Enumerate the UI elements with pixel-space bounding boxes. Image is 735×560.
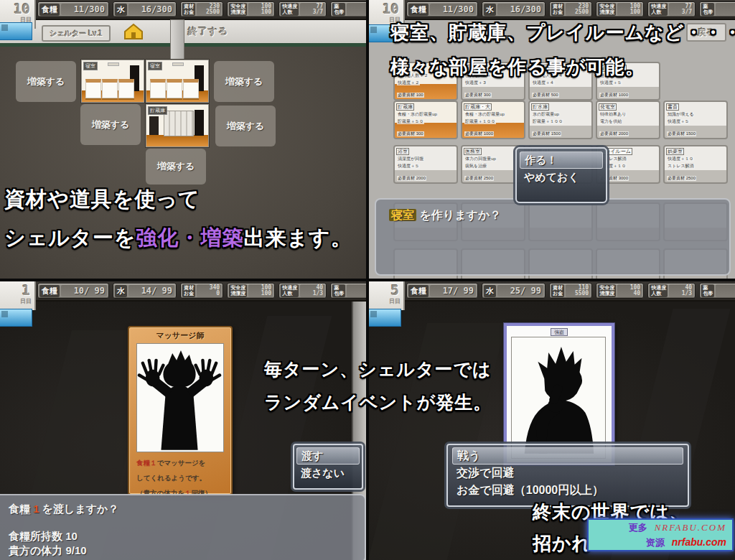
tutorial-caption-line2: 招かれ	[533, 531, 591, 556]
choice-give[interactable]: 渡す	[296, 447, 360, 465]
choice-negotiate[interactable]: 交渉で回避	[452, 465, 683, 482]
event-card-photo	[511, 337, 606, 459]
turn-counter: 5 日目	[369, 281, 405, 310]
room-card[interactable]: 貯水庫 水の貯蔵量up 貯蔵量＋１００ 必要資材 1500	[528, 101, 593, 139]
stat-pair: 資材お金 2302500	[180, 1, 223, 17]
event-card-title: 強盗	[551, 328, 568, 336]
build-choice-window: 作る！ やめておく	[515, 147, 607, 203]
stat-pair: 快適度人数 773/7	[278, 1, 327, 17]
message-window: 食糧 1 を渡しますか？ 食糧所持数 10 貴方の体力 9/10	[0, 494, 366, 560]
stat-pair: 薬包帯 31	[699, 283, 735, 299]
water-stat: 水16/300	[113, 1, 177, 17]
screenshot-grid: 食糧11/300 水16/300 資材お金 2302500 安全度清潔度 100…	[0, 0, 735, 560]
tutorial-caption-events-line2: ランダムイベントが発生。	[264, 391, 492, 414]
intruder-silhouette	[512, 337, 604, 457]
expand-button[interactable]: 増築する	[214, 61, 274, 102]
status-bar: 食糧17/ 99 水25/ 99 資材お金 1105500 安全度清潔度 100…	[369, 281, 735, 302]
water-stat: 水16/300	[482, 1, 546, 17]
stat-pair: 薬包帯 73	[699, 1, 735, 17]
stat-pair: 快適度人数 401/3	[647, 283, 696, 299]
quit-button[interactable]: 終了する	[188, 25, 229, 38]
shelter-level-badge: シェルター Lv.1	[42, 25, 111, 42]
elevator-shaft	[170, 19, 184, 62]
give-choice-window: 渡す 渡さない	[293, 444, 363, 490]
panel-shelter-view: 食糧11/300 水16/300 資材お金 2302500 安全度清潔度 100…	[0, 0, 366, 279]
expand-button[interactable]: 増築する	[80, 104, 141, 145]
turn-tab	[369, 309, 401, 327]
water-stat: 水14/ 99	[113, 283, 177, 299]
status-bar: 食糧11/300 水16/300 資材お金 2302500 安全度清潔度 100…	[369, 0, 735, 20]
stat-pair: 安全度清潔度 100100	[227, 1, 275, 17]
expand-button[interactable]: 増築する	[146, 149, 206, 185]
stat-pair: 資材お金 1105500	[549, 283, 592, 299]
stat-pair: 薬包帯 31	[330, 283, 366, 299]
stat-pair: 安全度清潔度 100100	[227, 283, 275, 299]
panel-build-menu: 食糧11/300 水16/300 資材お金 2302500 安全度清潔度 100…	[369, 0, 735, 279]
turn-tab	[0, 309, 32, 327]
water-stat: 水25/ 99	[482, 283, 546, 299]
food-stat: 食糧17/ 99	[406, 283, 478, 299]
masseur-silhouette	[137, 344, 222, 450]
turn-counter: 1 日目	[0, 281, 36, 310]
room-tile-bedroom[interactable]: 寝室	[146, 60, 209, 103]
room-tile-bedroom[interactable]: 寝室	[81, 60, 144, 103]
status-bar: 食糧11/300 水16/300 資材お金 2302500 安全度清潔度 100…	[0, 0, 366, 20]
tutorial-caption-line1: 寝室、貯蔵庫、プレイルームなど・・・	[390, 20, 735, 45]
stat-pair: 快適度人数 401/3	[278, 283, 327, 299]
stat-pair: 安全度清潔度 100100	[596, 1, 644, 17]
home-icon[interactable]	[123, 23, 144, 43]
panel-event-intruder: 食糧17/ 99 水25/ 99 資材お金 1105500 安全度清潔度 100…	[369, 281, 735, 560]
message-window: 寝室 を作りますか？	[375, 198, 731, 276]
panel-event-massage: 食糧10/ 99 水14/ 99 資材お金 3400 安全度清潔度 100100	[0, 281, 366, 560]
room-name-highlight: 寝室	[389, 209, 416, 221]
food-stat: 食糧10/ 99	[37, 283, 109, 299]
tutorial-caption-line1: 資材や道具を使って	[4, 185, 200, 214]
fight-choice-window: 戦う 交渉で回避 お金で回避（10000円以上）	[446, 444, 689, 507]
choice-dont-give[interactable]: 渡さない	[296, 465, 360, 482]
stat-pair: 快適度人数 773/7	[647, 1, 696, 17]
choice-pay[interactable]: お金で回避（10000円以上）	[452, 482, 683, 499]
event-card: マッサージ師	[128, 326, 233, 495]
choice-cancel[interactable]: やめておく	[520, 169, 603, 186]
choice-fight[interactable]: 戦う	[452, 447, 683, 465]
room-card[interactable]: 貯蔵庫 食糧・水の貯蔵量up 貯蔵量＋５０ 必要資材 300	[393, 101, 458, 139]
stat-pair: 資材お金 2302500	[549, 1, 592, 17]
event-card-photo	[136, 343, 224, 452]
watermark: 更多NRFABU.COM 资源nrfabu.com	[587, 518, 734, 551]
event-card-title: マッサージ師	[129, 330, 231, 341]
tutorial-caption-line2: 様々な部屋を作る事が可能。	[390, 55, 644, 80]
room-tile-storage[interactable]: 貯蔵庫	[146, 104, 209, 147]
status-bar: 食糧10/ 99 水14/ 99 資材お金 3400 安全度清潔度 100100	[0, 281, 366, 302]
food-stat: 食糧11/300	[37, 1, 109, 17]
expand-button[interactable]: 増築する	[215, 106, 276, 146]
expand-button[interactable]: 増築する	[16, 61, 76, 102]
tutorial-caption-events-line1: 毎ターン、シェルターでは	[264, 358, 492, 381]
stat-pair: 資材お金 3400	[180, 283, 223, 299]
stat-pair: 薬包帯 73	[330, 1, 366, 17]
room-card[interactable]: 書斎 知識が増える 快適度＋５ 必要資材 1500	[663, 101, 728, 139]
stat-pair: 安全度清潔度 10040	[596, 283, 644, 299]
tutorial-caption-line2: シェルターを強化・増築出来ます。	[4, 224, 352, 253]
food-stat: 食糧11/300	[406, 1, 478, 17]
turn-tab	[0, 22, 32, 40]
choice-build[interactable]: 作る！	[520, 151, 603, 169]
room-card[interactable]: 発電室 特殊効果あり 電力を供給 必要資材 2000	[596, 101, 660, 139]
room-card[interactable]: 浴室 清潔度が回復 快適度＋５ 必要資材 2000	[393, 145, 458, 184]
room-card[interactable]: 貯蔵庫・大 食糧・水の貯蔵量up 貯蔵量＋１００ 必要資材 1000	[461, 101, 525, 139]
room-card[interactable]: 娯楽室 快適度＋１０ ストレス解消 必要資材 2500	[663, 145, 728, 184]
